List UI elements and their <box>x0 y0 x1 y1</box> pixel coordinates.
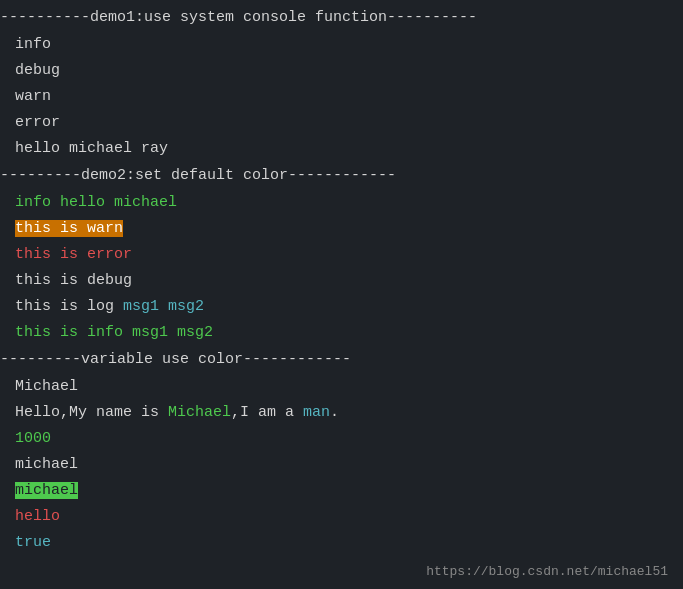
console-segment: hello michael ray <box>15 140 168 157</box>
console-line: Michael <box>0 374 683 400</box>
console-segment: hello <box>15 508 60 525</box>
console-output: ----------demo1:use system console funct… <box>0 0 683 589</box>
console-segment: this is error <box>15 246 132 263</box>
console-line: debug <box>0 58 683 84</box>
console-line: hello michael ray <box>0 136 683 162</box>
console-segment: ,I am a <box>231 404 303 421</box>
console-line: 1000 <box>0 426 683 452</box>
console-segment: info <box>15 36 51 53</box>
console-segment: . <box>330 404 339 421</box>
console-segment: Hello,My name is <box>15 404 168 421</box>
console-line: this is debug <box>0 268 683 294</box>
console-segment: michael <box>15 456 78 473</box>
console-segment: michael <box>15 482 78 499</box>
console-segment: warn <box>15 88 51 105</box>
console-line: this is error <box>0 242 683 268</box>
console-line: this is log msg1 msg2 <box>0 294 683 320</box>
console-segment: this is info <box>15 324 132 341</box>
console-line: info hello michael <box>0 190 683 216</box>
console-segment: msg1 msg2 <box>123 298 204 315</box>
console-segment: this is debug <box>15 272 132 289</box>
console-segment: this is log <box>15 298 123 315</box>
console-segment: man <box>303 404 330 421</box>
console-line: this is warn <box>0 216 683 242</box>
console-segment: this is warn <box>15 220 123 237</box>
console-segment: 1000 <box>15 430 51 447</box>
console-line: this is info msg1 msg2 <box>0 320 683 346</box>
section-divider: ---------demo2:set default color--------… <box>0 162 683 190</box>
console-line: Hello,My name is Michael,I am a man. <box>0 400 683 426</box>
console-line: warn <box>0 84 683 110</box>
footer-url: https://blog.csdn.net/michael51 <box>426 564 668 579</box>
section-divider: ----------demo1:use system console funct… <box>0 4 683 32</box>
console-segment: msg1 msg2 <box>132 324 213 341</box>
console-line: michael <box>0 452 683 478</box>
console-segment: true <box>15 534 51 551</box>
section-divider: ---------variable use color------------ <box>0 346 683 374</box>
console-segment: Michael <box>15 378 78 395</box>
console-line: info <box>0 32 683 58</box>
console-segment: error <box>15 114 60 131</box>
console-segment: debug <box>15 62 60 79</box>
console-line: error <box>0 110 683 136</box>
console-line: true <box>0 530 683 556</box>
console-line: hello <box>0 504 683 530</box>
console-segment: Michael <box>168 404 231 421</box>
console-line: michael <box>0 478 683 504</box>
console-segment: info hello michael <box>15 194 177 211</box>
